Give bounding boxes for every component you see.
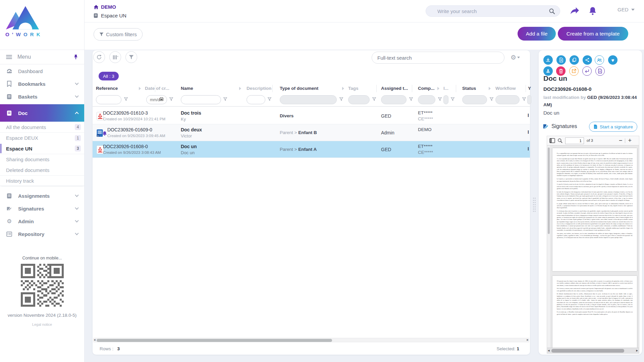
- column-header-date[interactable]: Date of cr...: [145, 86, 169, 91]
- column-header-assigned[interactable]: Assigned t...: [381, 86, 408, 91]
- page-number-input[interactable]: [565, 137, 584, 144]
- scroll-right-icon[interactable]: ▸: [636, 348, 638, 353]
- zoom-in-button[interactable]: +: [628, 137, 632, 144]
- tab-all-documents[interactable]: All : 3: [99, 72, 119, 80]
- document-properties-button[interactable]: [595, 66, 605, 76]
- assign-users-button[interactable]: [595, 55, 604, 65]
- sidebar-item-espace-deux[interactable]: Espace DEUX 1: [0, 132, 84, 143]
- sort-arrow-icon[interactable]: [489, 87, 491, 90]
- open-external-button[interactable]: [569, 66, 579, 76]
- sidebar-item-history-track[interactable]: History track: [0, 175, 84, 186]
- global-search-input[interactable]: [426, 6, 560, 16]
- column-header-type[interactable]: Type of document: [280, 86, 318, 91]
- pdf-pages-area[interactable]: Il y a aujourd'hui trois cent quarante-h…: [547, 145, 639, 348]
- filter-i-select[interactable]: [443, 95, 448, 104]
- add-file-button[interactable]: Add a file: [518, 27, 556, 41]
- sidebar-item-deleted-documents[interactable]: Deleted documents: [0, 165, 84, 175]
- start-signature-button[interactable]: Start a signature: [589, 122, 637, 132]
- column-header-workflow[interactable]: Workflow: [495, 86, 516, 91]
- menu-toggle-row[interactable]: Menu: [0, 50, 84, 64]
- funnel-icon[interactable]: [268, 97, 271, 101]
- user-menu[interactable]: GED: [618, 7, 635, 12]
- sidebar-item-admin[interactable]: ⚙ Admin: [0, 215, 84, 228]
- table-row[interactable]: w DOC230926-01609-0 Created on 9/26/2023…: [93, 124, 530, 141]
- filter-date-input[interactable]: [146, 95, 167, 104]
- columns-button[interactable]: [109, 51, 121, 63]
- favorite-button[interactable]: ♥: [608, 55, 618, 65]
- table-row[interactable]: DOC230926-01610-3 Created on 10/29/2024 …: [93, 108, 530, 124]
- filter-y-select[interactable]: [527, 95, 531, 104]
- column-header-status[interactable]: Status: [462, 86, 476, 91]
- filter-tags-select[interactable]: [348, 95, 370, 104]
- sidebar-item-assignments[interactable]: Assignments: [0, 189, 84, 202]
- funnel-icon[interactable]: [438, 97, 442, 101]
- share-document-button[interactable]: [583, 55, 592, 65]
- sidebar-item-bookmarks[interactable]: Bookmarks: [0, 77, 84, 90]
- sidebar-item-dashboard[interactable]: Dashboard: [0, 65, 84, 77]
- funnel-icon[interactable]: [124, 97, 128, 101]
- column-header-company[interactable]: Comp...: [418, 86, 435, 91]
- sort-arrow-icon[interactable]: [437, 87, 439, 90]
- pdf-vertical-scrollbar[interactable]: [547, 145, 550, 348]
- table-row-selected[interactable]: DOC230926-01608-0 Created on 9/26/2023 3…: [93, 141, 530, 158]
- column-header-y[interactable]: Y: [528, 86, 531, 91]
- filter-workflow-select[interactable]: [495, 95, 520, 104]
- funnel-icon[interactable]: [490, 97, 493, 101]
- refresh-button[interactable]: [93, 51, 105, 63]
- legal-notice-link[interactable]: Legal notice: [0, 322, 84, 326]
- space-breadcrumb[interactable]: Espace UN: [94, 13, 126, 18]
- funnel-icon[interactable]: [372, 97, 376, 101]
- pin-icon[interactable]: [73, 54, 78, 60]
- scrollbar-thumb[interactable]: [551, 349, 624, 353]
- filter-reference-input[interactable]: [96, 95, 121, 104]
- scroll-right-icon[interactable]: ▸: [527, 338, 529, 342]
- scroll-left-icon[interactable]: ◂: [548, 348, 550, 353]
- sidebar-item-sharing-documents[interactable]: Sharing documents: [0, 154, 84, 165]
- funnel-icon[interactable]: [339, 97, 343, 101]
- zoom-out-button[interactable]: −: [619, 137, 623, 144]
- column-header-i[interactable]: I...: [443, 86, 448, 91]
- column-header-name[interactable]: Name: [181, 86, 193, 91]
- filter-assigned-select[interactable]: [381, 95, 407, 104]
- notifications-button[interactable]: [587, 5, 599, 17]
- funnel-icon[interactable]: [223, 97, 227, 101]
- download-button[interactable]: [543, 55, 553, 65]
- funnel-icon[interactable]: [451, 97, 454, 101]
- copy-button[interactable]: [570, 55, 579, 65]
- upload-version-button[interactable]: [556, 55, 566, 65]
- fulltext-search-input[interactable]: [372, 52, 504, 63]
- column-header-reference[interactable]: Reference: [96, 86, 118, 91]
- custom-filters-button[interactable]: Custom filters: [94, 28, 143, 41]
- table-horizontal-scrollbar[interactable]: ◂ ▸: [93, 338, 529, 342]
- workspace-breadcrumb[interactable]: DEMO: [94, 4, 116, 10]
- search-icon[interactable]: [549, 8, 555, 14]
- create-from-template-button[interactable]: Create from a template: [558, 27, 628, 41]
- scroll-left-icon[interactable]: ◂: [94, 338, 96, 342]
- pdf-horizontal-scrollbar[interactable]: ◂ ▸: [547, 348, 639, 353]
- return-button[interactable]: [582, 66, 592, 76]
- sort-arrow-icon[interactable]: [139, 87, 141, 90]
- funnel-icon[interactable]: [409, 97, 413, 101]
- pdf-search-icon[interactable]: [557, 138, 562, 143]
- toggle-sidebar-icon[interactable]: [549, 138, 555, 143]
- sidebar-item-espace-un[interactable]: Espace UN 3: [0, 143, 84, 154]
- filter-status-select[interactable]: [462, 95, 487, 104]
- calendar-icon[interactable]: [160, 97, 163, 101]
- sidebar-item-all-documents[interactable]: All the documents 4: [0, 122, 84, 132]
- panel-resize-handle[interactable]: [533, 197, 536, 212]
- sidebar-item-signatures[interactable]: Signatures: [0, 202, 84, 215]
- sidebar-item-doc[interactable]: Doc: [0, 104, 84, 122]
- table-settings-button[interactable]: ⚙: [511, 54, 520, 61]
- filter-name-input[interactable]: [181, 95, 221, 104]
- scrollbar-thumb[interactable]: [97, 339, 332, 342]
- sidebar-item-repository[interactable]: Repository: [0, 228, 84, 240]
- column-header-tags[interactable]: Tags: [348, 86, 359, 91]
- sort-arrow-icon[interactable]: [342, 87, 344, 90]
- filter-button[interactable]: [125, 51, 137, 63]
- scrollbar-thumb[interactable]: [548, 147, 550, 234]
- filter-company-select[interactable]: [418, 95, 435, 104]
- funnel-icon[interactable]: [169, 97, 173, 101]
- filter-description-input[interactable]: [247, 95, 265, 104]
- sort-arrow-icon[interactable]: [239, 87, 241, 90]
- column-header-description[interactable]: Description: [247, 86, 271, 91]
